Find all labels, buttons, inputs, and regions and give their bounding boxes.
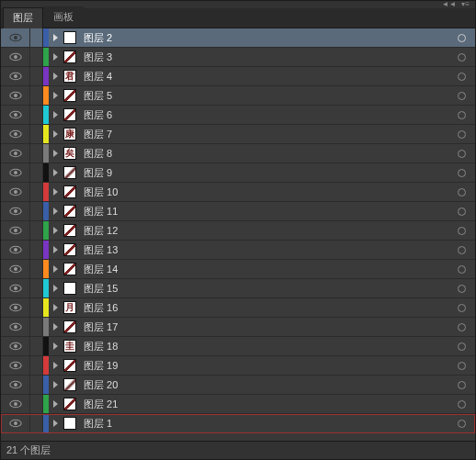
- expand-toggle[interactable]: [49, 125, 62, 143]
- layer-row[interactable]: 康图层 7: [1, 125, 475, 144]
- layer-thumbnail[interactable]: [62, 395, 78, 413]
- visibility-toggle[interactable]: [1, 337, 30, 355]
- visibility-toggle[interactable]: [1, 356, 30, 375]
- layer-list[interactable]: 图层 2图层 3君图层 4图层 5图层 6康图层 7矣图层 8图层 9图层 10…: [1, 28, 475, 441]
- lock-column[interactable]: [30, 376, 43, 394]
- layer-name[interactable]: 图层 1: [78, 417, 448, 431]
- layer-name[interactable]: 图层 11: [78, 205, 448, 219]
- layer-name[interactable]: 图层 19: [78, 359, 448, 373]
- layer-row[interactable]: 图层 19: [1, 356, 475, 376]
- expand-toggle[interactable]: [49, 48, 62, 66]
- lock-column[interactable]: [30, 318, 43, 336]
- layer-thumbnail[interactable]: [62, 356, 78, 375]
- expand-toggle[interactable]: [49, 318, 62, 336]
- visibility-toggle[interactable]: [1, 279, 30, 297]
- layer-thumbnail[interactable]: [62, 279, 78, 297]
- lock-column[interactable]: [30, 414, 43, 432]
- lock-column[interactable]: [30, 241, 43, 259]
- visibility-toggle[interactable]: [1, 28, 30, 47]
- layer-thumbnail[interactable]: 康: [62, 125, 78, 143]
- layer-row[interactable]: 图层 6: [1, 106, 475, 125]
- visibility-toggle[interactable]: [1, 183, 30, 201]
- expand-toggle[interactable]: [49, 28, 62, 47]
- lock-column[interactable]: [30, 221, 43, 240]
- layer-row[interactable]: 图层 11: [1, 202, 475, 221]
- lock-column[interactable]: [30, 260, 43, 278]
- visibility-toggle[interactable]: [1, 144, 30, 163]
- layer-thumbnail[interactable]: [62, 183, 78, 201]
- layer-row[interactable]: 图层 21: [1, 395, 475, 414]
- lock-column[interactable]: [30, 298, 43, 317]
- tab-layers[interactable]: 图层: [3, 7, 43, 28]
- layer-row[interactable]: 月图层 16: [1, 298, 475, 318]
- visibility-toggle[interactable]: [1, 106, 30, 124]
- layer-name[interactable]: 图层 10: [78, 185, 448, 199]
- layer-thumbnail[interactable]: [62, 106, 78, 124]
- layer-row[interactable]: 矣图层 8: [1, 144, 475, 163]
- visibility-toggle[interactable]: [1, 395, 30, 413]
- visibility-toggle[interactable]: [1, 221, 30, 240]
- visibility-toggle[interactable]: [1, 298, 30, 317]
- expand-toggle[interactable]: [49, 298, 62, 317]
- lock-column[interactable]: [30, 279, 43, 297]
- expand-toggle[interactable]: [49, 183, 62, 201]
- layer-name[interactable]: 图层 21: [78, 398, 448, 411]
- expand-toggle[interactable]: [49, 260, 62, 278]
- layer-row[interactable]: 图层 14: [1, 260, 475, 279]
- layer-row[interactable]: 图层 13: [1, 241, 475, 260]
- visibility-toggle[interactable]: [1, 241, 30, 259]
- visibility-toggle[interactable]: [1, 202, 30, 220]
- visibility-toggle[interactable]: [1, 48, 30, 66]
- lock-column[interactable]: [30, 356, 43, 375]
- visibility-toggle[interactable]: [1, 67, 30, 85]
- collapse-icon[interactable]: ◄◄: [441, 1, 456, 8]
- layer-thumbnail[interactable]: [62, 48, 78, 66]
- target-toggle[interactable]: [448, 241, 475, 259]
- lock-column[interactable]: [30, 202, 43, 220]
- layer-row[interactable]: 图层 15: [1, 279, 475, 298]
- layer-thumbnail[interactable]: 矣: [62, 144, 78, 163]
- expand-toggle[interactable]: [49, 202, 62, 220]
- lock-column[interactable]: [30, 144, 43, 163]
- target-toggle[interactable]: [448, 337, 475, 355]
- expand-toggle[interactable]: [49, 106, 62, 124]
- layer-name[interactable]: 图层 8: [78, 147, 448, 161]
- lock-column[interactable]: [30, 337, 43, 355]
- layer-name[interactable]: 图层 12: [78, 224, 448, 238]
- layer-row[interactable]: 君图层 4: [1, 67, 475, 86]
- layer-thumbnail[interactable]: [62, 260, 78, 278]
- layer-name[interactable]: 图层 5: [78, 89, 448, 103]
- target-toggle[interactable]: [448, 395, 475, 413]
- visibility-toggle[interactable]: [1, 414, 30, 432]
- layer-name[interactable]: 图层 14: [78, 263, 448, 276]
- layer-thumbnail[interactable]: 月: [62, 298, 78, 317]
- layer-thumbnail[interactable]: [62, 163, 78, 182]
- expand-toggle[interactable]: [49, 337, 62, 355]
- expand-toggle[interactable]: [49, 86, 62, 105]
- layer-row[interactable]: 图层 1: [1, 414, 475, 433]
- target-toggle[interactable]: [448, 48, 475, 66]
- layer-name[interactable]: 图层 6: [78, 108, 448, 122]
- expand-toggle[interactable]: [49, 144, 62, 163]
- layer-thumbnail[interactable]: [62, 221, 78, 240]
- layer-row[interactable]: 图层 17: [1, 318, 475, 337]
- lock-column[interactable]: [30, 125, 43, 143]
- expand-toggle[interactable]: [49, 356, 62, 375]
- panel-menu-icon[interactable]: ▾≡: [461, 1, 470, 8]
- target-toggle[interactable]: [448, 260, 475, 278]
- lock-column[interactable]: [30, 183, 43, 201]
- target-toggle[interactable]: [448, 163, 475, 182]
- visibility-toggle[interactable]: [1, 125, 30, 143]
- layer-name[interactable]: 图层 20: [78, 378, 448, 392]
- lock-column[interactable]: [30, 395, 43, 413]
- visibility-toggle[interactable]: [1, 376, 30, 394]
- expand-toggle[interactable]: [49, 163, 62, 182]
- visibility-toggle[interactable]: [1, 163, 30, 182]
- visibility-toggle[interactable]: [1, 318, 30, 336]
- layer-name[interactable]: 图层 7: [78, 128, 448, 141]
- layer-thumbnail[interactable]: [62, 86, 78, 105]
- layer-thumbnail[interactable]: [62, 28, 78, 47]
- lock-column[interactable]: [30, 48, 43, 66]
- target-toggle[interactable]: [448, 144, 475, 163]
- layer-thumbnail[interactable]: 君: [62, 67, 78, 85]
